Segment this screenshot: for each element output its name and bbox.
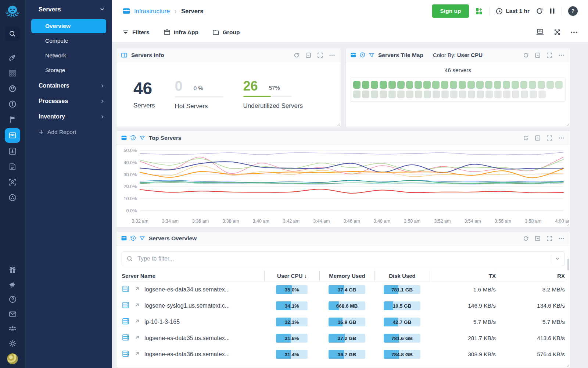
server-tile[interactable] xyxy=(415,91,422,98)
server-tile[interactable] xyxy=(415,81,422,89)
resize-grip[interactable] xyxy=(566,122,569,126)
server-tile[interactable] xyxy=(485,91,493,98)
announcements-icon[interactable] xyxy=(5,277,20,291)
server-tile[interactable] xyxy=(371,91,378,98)
sidebar-item-storage[interactable]: Storage xyxy=(31,63,106,77)
add-report-button[interactable]: Add Report xyxy=(25,124,112,140)
panel-refresh-icon[interactable] xyxy=(292,51,301,60)
server-tile[interactable] xyxy=(467,81,475,89)
server-tile[interactable] xyxy=(555,81,563,89)
panel-refresh-icon[interactable] xyxy=(521,134,530,142)
time-range-picker[interactable]: Last 1 hr xyxy=(496,8,530,15)
history-icon[interactable] xyxy=(359,52,366,58)
filters-button[interactable]: Filters xyxy=(122,29,150,36)
infrastructure-icon[interactable] xyxy=(5,128,20,143)
server-tile[interactable] xyxy=(406,81,413,89)
fullscreen-toggle-icon[interactable] xyxy=(554,29,561,36)
octopus-logo[interactable] xyxy=(4,4,21,21)
server-tile[interactable] xyxy=(521,91,528,98)
panel-collapse-icon[interactable] xyxy=(533,134,542,142)
server-name-link[interactable]: logsene-es-data35.us.sematex... xyxy=(144,335,230,342)
panel-fullscreen-icon[interactable] xyxy=(316,51,325,60)
sidebar-group-containers[interactable]: Containers xyxy=(25,78,112,93)
server-tile[interactable] xyxy=(362,81,369,89)
server-tile[interactable] xyxy=(538,91,546,98)
monitoring-gauge-icon[interactable] xyxy=(5,82,20,96)
server-tile[interactable] xyxy=(476,81,484,89)
server-name-link[interactable]: logsene-es-data34.us.sematex... xyxy=(144,286,230,293)
infra-app-button[interactable]: Infra App xyxy=(164,29,198,36)
column-header-server-name[interactable]: Server Name xyxy=(122,270,264,282)
help-button[interactable]: ? xyxy=(568,6,578,16)
sidebar-section-servers[interactable]: Servers xyxy=(25,0,112,18)
more-options-icon[interactable] xyxy=(570,31,578,33)
sidebar-group-processes[interactable]: Processes xyxy=(25,93,112,109)
flag-icon[interactable] xyxy=(5,113,20,127)
server-tile[interactable] xyxy=(433,91,440,98)
open-server-link-icon[interactable] xyxy=(135,319,140,325)
column-header-memory-used[interactable]: Memory Used xyxy=(319,270,374,282)
panel-collapse-icon[interactable] xyxy=(533,51,542,60)
panel-refresh-icon[interactable] xyxy=(521,51,530,60)
sidebar-item-overview[interactable]: Overview xyxy=(31,19,106,33)
open-server-link-icon[interactable] xyxy=(135,302,140,309)
server-tile[interactable] xyxy=(503,81,510,89)
server-tile[interactable] xyxy=(477,91,484,98)
user-avatar[interactable] xyxy=(7,353,18,364)
server-name-link[interactable]: logsene-syslog1.us.sematext.c... xyxy=(144,302,230,309)
scrollbar-thumb[interactable] xyxy=(567,259,569,270)
server-name-link[interactable]: ip-10-1-3-165 xyxy=(144,319,180,325)
server-tile[interactable] xyxy=(512,91,519,98)
server-tile[interactable] xyxy=(530,91,537,98)
server-tile[interactable] xyxy=(380,91,387,98)
resize-grip[interactable] xyxy=(566,363,569,367)
server-tile[interactable] xyxy=(424,91,431,98)
column-header-tx[interactable]: TX xyxy=(430,270,496,282)
column-header-disk-used[interactable]: Disk Used xyxy=(374,270,430,282)
add-dashboard-icon[interactable] xyxy=(475,7,483,15)
sign-up-button[interactable]: Sign up xyxy=(432,4,469,18)
column-header-user-cpu[interactable]: User CPU ↓ xyxy=(264,270,319,282)
server-tile[interactable] xyxy=(459,91,466,98)
server-tile[interactable] xyxy=(538,81,545,89)
server-tile[interactable] xyxy=(468,91,475,98)
panel-fullscreen-icon[interactable] xyxy=(545,51,554,60)
panel-refresh-icon[interactable] xyxy=(521,234,530,243)
history-icon[interactable] xyxy=(130,235,136,241)
server-tile[interactable] xyxy=(512,81,519,89)
server-tile[interactable] xyxy=(406,91,413,98)
server-tile[interactable] xyxy=(371,81,378,89)
funnel-icon[interactable] xyxy=(139,135,145,141)
server-tile[interactable] xyxy=(529,81,536,89)
server-tile[interactable] xyxy=(503,91,510,98)
pause-icon[interactable] xyxy=(549,8,555,14)
server-tile[interactable] xyxy=(388,91,396,98)
report-embed-icon[interactable] xyxy=(536,29,544,36)
search-icon[interactable] xyxy=(5,26,20,41)
server-tile[interactable] xyxy=(380,81,387,89)
mail-icon[interactable] xyxy=(5,307,20,321)
sidebar-item-network[interactable]: Network xyxy=(31,49,106,63)
server-tile[interactable] xyxy=(353,91,361,98)
server-tile[interactable] xyxy=(441,81,448,89)
services-icon[interactable] xyxy=(5,191,20,205)
open-server-link-icon[interactable] xyxy=(135,351,140,358)
group-button[interactable]: Group xyxy=(212,29,240,36)
funnel-icon[interactable] xyxy=(369,52,374,58)
refresh-icon[interactable] xyxy=(536,7,543,15)
open-server-link-icon[interactable] xyxy=(135,286,140,293)
funnel-icon[interactable] xyxy=(139,236,145,241)
server-tile[interactable] xyxy=(459,81,466,89)
server-name-link[interactable]: logsene-es-data36.us.sematex... xyxy=(144,351,230,358)
server-tile[interactable] xyxy=(423,81,431,89)
team-icon[interactable] xyxy=(5,322,20,336)
filter-input[interactable] xyxy=(137,255,547,262)
sidebar-item-compute[interactable]: Compute xyxy=(31,34,106,48)
rocket-icon[interactable] xyxy=(5,51,20,65)
server-tile[interactable] xyxy=(388,81,396,89)
gift-icon[interactable] xyxy=(5,263,20,277)
panel-collapse-icon[interactable] xyxy=(533,234,542,243)
chevron-down-icon[interactable] xyxy=(555,256,560,261)
alerts-icon[interactable] xyxy=(5,97,20,111)
server-tile[interactable] xyxy=(520,81,528,89)
